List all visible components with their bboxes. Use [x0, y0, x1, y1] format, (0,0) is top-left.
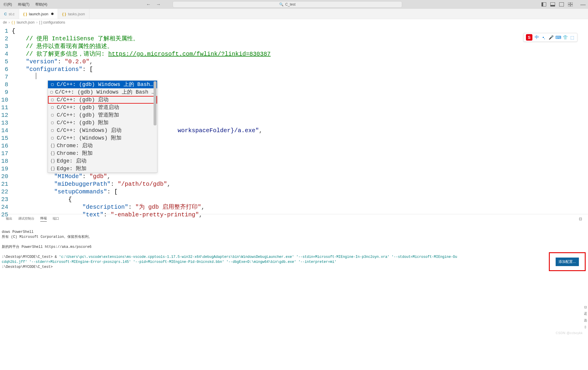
suggest-item[interactable]: ▢C/C++: (Windows) 附加 — [48, 134, 157, 142]
terminal-line: 所有 (C) Microsoft Corporation。保留所有权利。 — [2, 235, 92, 239]
svg-rect-5 — [568, 2, 570, 4]
json-icon: { } — [23, 12, 27, 16]
code-line: { — [12, 196, 588, 203]
terminal-label[interactable]: 迓 — [584, 311, 587, 316]
breadcrumb-part: launch.json — [17, 20, 35, 24]
breadcrumb[interactable]: de › { } launch.json › [ ] configuration… — [0, 19, 588, 26]
window-minimize-icon[interactable]: — — [580, 1, 586, 8]
menu-terminal[interactable]: 终端(T) — [17, 1, 31, 8]
svg-rect-3 — [551, 5, 555, 6]
menubar: 行(R) 终端(T) 帮助(H) ← → 🔍 C_test — — [0, 0, 588, 9]
ime-skin-icon[interactable]: 👕 — [562, 35, 568, 40]
chevron-right-icon: › — [36, 20, 37, 24]
snippet-icon: ▢ — [50, 127, 54, 134]
add-configuration-button[interactable]: 添加配置... — [556, 258, 579, 266]
terminal-line: :\Desktop\MYCODE\C_test> & 'c:\Users\pc\… — [2, 255, 457, 259]
terminal-line: 新的跨平台 PowerShell https://aka.ms/pscore6 — [2, 245, 91, 249]
suggest-item[interactable]: ▢C/C++: (gdb) 管道附加 — [48, 111, 157, 119]
code-line: "setupCommands": [ — [12, 188, 588, 196]
watermark: CSDN @ccboykk — [556, 331, 583, 335]
tab-label: st.c — [9, 12, 14, 16]
terminal-line: cdqh2bi.jff' '--stderr=Microsoft-MIEngin… — [2, 260, 337, 264]
code-line: { — [12, 27, 588, 35]
terminal-label[interactable]: 选 — [584, 318, 587, 323]
gutter: 1 2 3 4 5 6 7 8 9 10 11 12 13 14 15 16 1… — [0, 26, 12, 214]
ime-punct-icon[interactable]: •, — [541, 35, 547, 40]
chevron-right-icon: › — [9, 20, 10, 24]
intellisense-suggest[interactable]: ▢C/C++: (gdb) Windows 上的 Bash… ▢C/C++: (… — [48, 80, 157, 173]
layout-right-icon[interactable] — [559, 2, 564, 6]
code-line: "miDebuggerPath": "/path/to/gdb", — [12, 180, 588, 188]
modified-indicator-icon — [51, 13, 54, 15]
tabbar: C st.c { } launch.json { } tasks.json — [0, 9, 588, 19]
search-text: C_test — [285, 2, 296, 6]
terminal-line: :\Desktop\MYCODE\C_test> — [2, 265, 53, 269]
ime-toolbar[interactable]: S 中 •, 🎤 ⌨ 👕 ⬚ — [523, 33, 577, 42]
snippet-icon: ▢ — [50, 134, 54, 142]
code-line: "MIMode": "gdb", — [12, 173, 588, 180]
scrollbar[interactable] — [154, 81, 156, 125]
tab-tasks-json[interactable]: { } tasks.json — [58, 9, 89, 19]
code-area[interactable]: { // 使用 IntelliSense 了解相关属性。 // 悬停以查看现有属… — [12, 26, 588, 214]
suggest-item[interactable]: ▢C/C++: (Windows) 启动 — [48, 127, 157, 134]
terminal[interactable]: dows PowerShell 所有 (C) Microsoft Corpora… — [0, 223, 588, 271]
ime-keyboard-icon[interactable]: ⌨ — [555, 35, 561, 40]
menu-run[interactable]: 行(R) — [2, 1, 13, 8]
suggest-item-gdb-launch[interactable]: ▢C/C++: (gdb) 启动 — [48, 96, 157, 104]
search-box[interactable]: 🔍 C_test — [173, 1, 402, 8]
snippet-icon: ▢ — [50, 104, 54, 111]
snippet-icon: ▢ — [50, 88, 53, 96]
ime-voice-icon[interactable]: 🎤 — [548, 35, 554, 40]
terminal-line: dows PowerShell — [2, 230, 34, 234]
svg-rect-7 — [568, 5, 570, 6]
suggest-item[interactable]: {}Chrome: 启动 — [48, 142, 157, 150]
layout-grid-icon[interactable] — [568, 2, 573, 6]
code-line: "description": "为 gdb 启用整齐打印", — [12, 203, 588, 211]
code-line: "text": "-enable-pretty-printing", — [12, 211, 588, 219]
braces-icon: {} — [50, 150, 54, 157]
suggest-item[interactable]: ▢C/C++: (gdb) 附加 — [48, 119, 157, 127]
tab-launch-json[interactable]: { } launch.json — [19, 9, 58, 19]
ime-toolbox-icon[interactable]: ⬚ — [569, 35, 575, 40]
tab-label: launch.json — [29, 12, 48, 16]
snippet-icon: ▢ — [50, 111, 54, 119]
code-line: "version": "0.2.0", — [12, 58, 588, 66]
suggest-item[interactable]: {}Edge: 附加 — [48, 165, 157, 172]
json-icon: { } — [11, 20, 15, 24]
tab-file-c[interactable]: C st.c — [0, 9, 19, 19]
svg-rect-8 — [571, 5, 573, 6]
snippet-icon: ▢ — [50, 119, 54, 127]
code-line — [12, 73, 588, 81]
layout-bottom-icon[interactable] — [550, 2, 555, 6]
search-icon: 🔍 — [279, 2, 284, 6]
svg-rect-4 — [559, 3, 564, 6]
code-line: // 使用 IntelliSense 了解相关属性。 — [12, 35, 588, 43]
text-cursor — [36, 73, 36, 79]
suggest-item[interactable]: ▢C/C++: (gdb) Windows 上的 Bash … — [48, 88, 157, 96]
svg-rect-1 — [542, 3, 543, 6]
code-line: // 悬停以查看现有属性的描述。 — [12, 43, 588, 50]
json-icon: { } — [62, 12, 66, 16]
suggest-item[interactable]: ▢C/C++: (gdb) Windows 上的 Bash… — [48, 81, 157, 88]
tab-label: tasks.json — [68, 12, 85, 16]
suggest-item[interactable]: {}Chrome: 附加 — [48, 150, 157, 157]
suggest-item[interactable]: {}Edge: 启动 — [48, 157, 157, 165]
code-line: "configurations": [ — [12, 66, 588, 73]
terminal-pwsh-icon[interactable]: ⊡ — [584, 305, 587, 309]
sogou-logo-icon: S — [526, 34, 532, 41]
nav-forward-icon[interactable]: → — [156, 2, 161, 7]
menu-help[interactable]: 帮助(H) — [34, 1, 49, 8]
braces-icon: {} — [50, 142, 54, 150]
snippet-icon: ▢ — [50, 81, 54, 88]
snippet-icon: ▢ — [50, 96, 54, 104]
braces-icon: {} — [50, 157, 54, 165]
svg-rect-6 — [571, 2, 573, 4]
editor[interactable]: 1 2 3 4 5 6 7 8 9 10 11 12 13 14 15 16 1… — [0, 26, 588, 214]
layout-primary-icon[interactable] — [542, 2, 546, 6]
ime-lang-icon[interactable]: 中 — [534, 35, 539, 40]
suggest-item[interactable]: ▢C/C++: (gdb) 管道启动 — [48, 104, 157, 111]
terminal-scroll-icon[interactable]: ▯ — [584, 325, 586, 329]
add-config-highlight: 添加配置... — [549, 252, 586, 271]
nav-back-icon[interactable]: ← — [146, 2, 151, 7]
breadcrumb-part: [ ] configurations — [39, 20, 65, 24]
